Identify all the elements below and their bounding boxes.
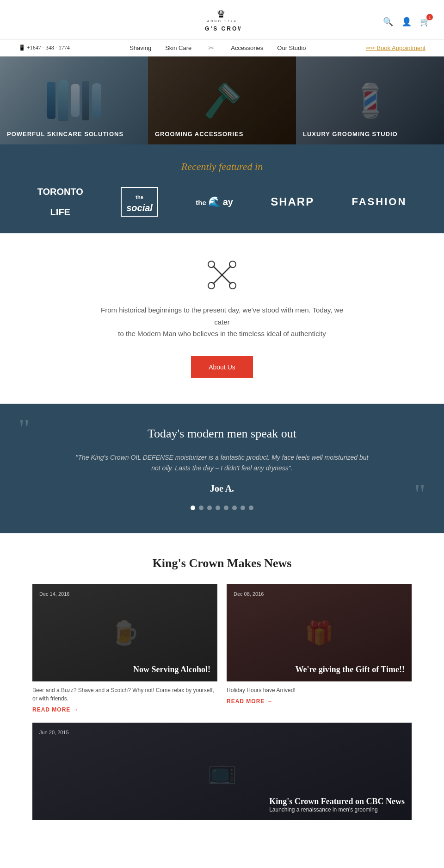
dot-4[interactable]: [216, 506, 220, 510]
logo-toronto-life: TORONTO LIFE: [37, 187, 83, 217]
hero-panel-studio[interactable]: 💈 LUXURY GROOMING STUDIO: [296, 56, 444, 144]
testimonial-dots: [28, 506, 416, 510]
news-card-1-image: 🍺 Dec 14, 2016 Now Serving Alcohol!: [32, 584, 217, 681]
hero-panel-accessories[interactable]: 🪒 GROOMING ACCESSORIES: [148, 56, 296, 144]
svg-point-6: [229, 261, 236, 268]
dot-6[interactable]: [232, 506, 237, 510]
svg-point-7: [208, 282, 215, 289]
news-card-1-overlay: Dec 14, 2016 Now Serving Alcohol!: [32, 584, 217, 681]
nav-shaving[interactable]: Shaving: [130, 44, 151, 51]
account-button[interactable]: 👤: [401, 17, 412, 27]
news-single-row: 📺 Jun 20, 2015 King's Crown Featured on …: [32, 723, 412, 820]
arrow-icon-1: →: [73, 706, 79, 713]
about-section: From historical beginnings to the presen…: [0, 233, 444, 404]
news-card-1[interactable]: 🍺 Dec 14, 2016 Now Serving Alcohol! Beer…: [32, 584, 217, 713]
dot-2[interactable]: [199, 506, 204, 510]
cart-count: 1: [426, 14, 433, 20]
news-date-3: Jun 20, 2015: [39, 730, 405, 735]
testimonial-section: " Today's modern men speak out "The King…: [0, 404, 444, 534]
hero-accessories-text: GROOMING ACCESSORIES: [155, 131, 243, 137]
news-card-3-image: 📺 Jun 20, 2015 King's Crown Featured on …: [32, 723, 412, 820]
logo-social: the social: [121, 187, 158, 217]
hero-panel-studio-overlay: LUXURY GROOMING STUDIO: [296, 56, 444, 144]
testimonial-title: Today's modern men speak out: [28, 427, 416, 441]
svg-point-8: [229, 282, 236, 289]
news-date-1: Dec 14, 2016: [39, 591, 210, 597]
testimonial-author: Joe A.: [28, 483, 416, 494]
header-top: ♛ ANNO 1774 KING'S CROWN. 🔍 👤 🛒1: [0, 8, 444, 35]
news-date-2: Dec 08, 2016: [234, 591, 405, 597]
news-excerpt-2: Holiday Hours have Arrived!: [227, 686, 412, 694]
hero-panel-accessories-overlay: GROOMING ACCESSORIES: [148, 56, 296, 144]
nav-studio[interactable]: Our Studio: [277, 44, 306, 51]
news-title: King's Crown Makes News: [32, 556, 412, 570]
svg-text:♛: ♛: [216, 8, 228, 20]
read-more-1[interactable]: READ MORE →: [32, 706, 79, 713]
cart-button[interactable]: 🛒1: [420, 17, 430, 27]
hero-panel-skincare[interactable]: POWERFUL SKINCARE SOLUTIONS: [0, 56, 148, 144]
news-card-3[interactable]: 📺 Jun 20, 2015 King's Crown Featured on …: [32, 723, 412, 820]
about-icon: [206, 259, 238, 291]
news-card-title-3: King's Crown Featured on CBC News: [269, 797, 405, 806]
news-card-title-2: We're giving the Gift of Time!!: [296, 665, 405, 674]
about-button[interactable]: About Us: [191, 356, 253, 378]
nav-links: Shaving Skin Care ✂ Accessories Our Stud…: [130, 44, 306, 52]
featured-title: Recently featured in: [18, 161, 426, 173]
news-card-2[interactable]: 🎁 Dec 08, 2016 We're giving the Gift of …: [227, 584, 412, 713]
news-card-2-image: 🎁 Dec 08, 2016 We're giving the Gift of …: [227, 584, 412, 681]
nav-accessories[interactable]: Accessories: [231, 44, 263, 51]
about-tagline: From historical beginnings to the presen…: [92, 304, 352, 340]
hero-studio-text: LUXURY GROOMING STUDIO: [303, 131, 398, 137]
svg-text:KING'S CROWN.: KING'S CROWN.: [204, 25, 240, 32]
dot-8[interactable]: [249, 506, 253, 510]
scissors-deco: ✂✂: [366, 45, 375, 51]
quote-mark-bottom: ": [414, 478, 426, 510]
news-card-2-overlay: Dec 08, 2016 We're giving the Gift of Ti…: [227, 584, 412, 681]
dot-1[interactable]: [191, 506, 195, 510]
svg-text:ANNO   1774: ANNO 1774: [207, 19, 237, 23]
nav-scissor-icon: ✂: [208, 44, 214, 52]
logo-sharp: SHARP: [271, 195, 314, 208]
svg-point-5: [208, 261, 215, 268]
featured-section: Recently featured in TORONTO LIFE the so…: [0, 144, 444, 233]
arrow-icon-2: →: [267, 698, 273, 705]
testimonial-quote: "The King's Crown OIL DEFENSE moisturize…: [74, 452, 370, 475]
hero-panel-skincare-overlay: POWERFUL SKINCARE SOLUTIONS: [0, 56, 148, 144]
read-more-2[interactable]: READ MORE →: [227, 698, 273, 705]
dot-3[interactable]: [207, 506, 212, 510]
news-card-3-overlay: Jun 20, 2015 King's Crown Featured on CB…: [32, 723, 412, 820]
search-button[interactable]: 🔍: [383, 17, 393, 27]
news-excerpt-1: Beer and a Buzz? Shave and a Scotch? Why…: [32, 686, 217, 703]
main-nav: 📱 +1647 - 348 - 1774 Shaving Skin Care ✂…: [0, 39, 444, 56]
nav-skincare[interactable]: Skin Care: [165, 44, 191, 51]
news-section: King's Crown Makes News 🍺 Dec 14, 2016 N…: [0, 533, 444, 843]
header-icons: 🔍 👤 🛒1: [383, 17, 430, 27]
logo-fashion: FASHION: [352, 196, 407, 208]
featured-logos: TORONTO LIFE the social the 🌊 ay SHARP F…: [18, 187, 426, 217]
dot-5[interactable]: [224, 506, 228, 510]
logo-anno: ♛ ANNO 1774 KING'S CROWN.: [204, 8, 240, 35]
hero-banner: POWERFUL SKINCARE SOLUTIONS 🪒 GROOMING A…: [0, 56, 444, 144]
hero-skincare-text: POWERFUL SKINCARE SOLUTIONS: [7, 131, 123, 137]
dot-7[interactable]: [240, 506, 245, 510]
nav-phone: 📱 +1647 - 348 - 1774: [18, 44, 70, 51]
news-grid: 🍺 Dec 14, 2016 Now Serving Alcohol! Beer…: [32, 584, 412, 713]
news-card-sub-3: Launching a renaissance in men's groomin…: [269, 806, 405, 813]
logo-bay: the 🌊 ay: [196, 196, 233, 208]
logo: ♛ ANNO 1774 KING'S CROWN.: [204, 8, 240, 35]
news-card-title-1: Now Serving Alcohol!: [133, 665, 210, 674]
site-header: ♛ ANNO 1774 KING'S CROWN. 🔍 👤 🛒1: [0, 0, 444, 39]
book-appointment-link[interactable]: ✂✂ Book Appointment: [366, 44, 426, 51]
quote-mark-top: ": [18, 413, 30, 445]
